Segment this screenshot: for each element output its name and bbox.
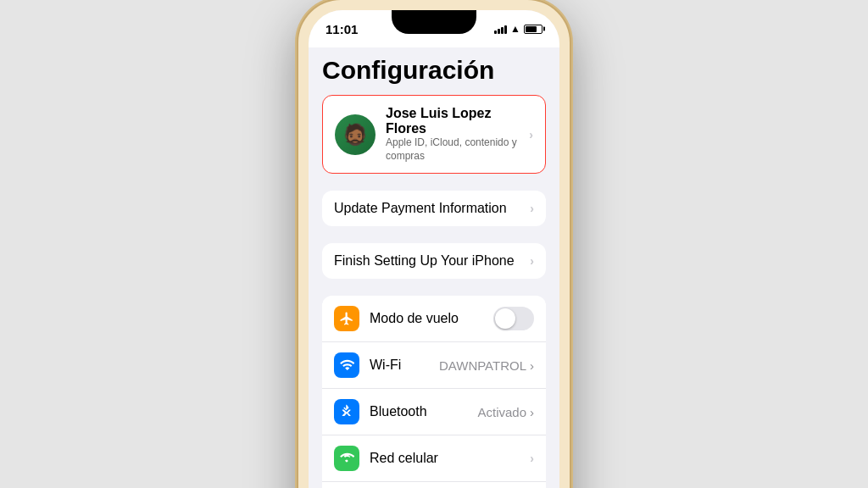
- airplane-toggle[interactable]: [493, 307, 534, 330]
- apple-id-subtitle: Apple ID, iCloud, contenido y compras: [386, 136, 529, 163]
- apple-id-card[interactable]: 🧔🏾 Jose Luis Lopez Flores Apple ID, iClo…: [322, 95, 546, 174]
- avatar: 🧔🏾: [335, 114, 376, 155]
- wifi-row[interactable]: Wi-Fi DAWNPATROL ›: [322, 342, 546, 389]
- hotspot-row[interactable]: Compartir Internet ›: [322, 482, 546, 488]
- wifi-chevron: ›: [530, 358, 534, 373]
- airplane-icon: [334, 306, 359, 331]
- page-title: Configuración: [309, 47, 559, 95]
- cellular-row[interactable]: Red celular ›: [322, 435, 546, 482]
- phone-frame: 11:01 ▲ Configuración: [298, 0, 570, 488]
- notch: [392, 10, 476, 34]
- bluetooth-chevron: ›: [530, 405, 534, 419]
- bluetooth-icon: [334, 399, 359, 424]
- update-payment-label: Update Payment Information: [334, 201, 507, 216]
- wifi-value: DAWNPATROL: [439, 358, 526, 373]
- wifi-label: Wi-Fi: [370, 358, 401, 373]
- connectivity-group: Modo de vuelo Wi-Fi: [322, 296, 546, 488]
- airplane-label: Modo de vuelo: [370, 311, 459, 326]
- status-icons: ▲: [494, 23, 542, 35]
- update-payment-row[interactable]: Update Payment Information ›: [322, 191, 546, 226]
- finish-setup-row[interactable]: Finish Setting Up Your iPhone ›: [322, 243, 546, 279]
- bluetooth-value: Activado: [477, 405, 526, 419]
- cellular-label: Red celular: [370, 451, 438, 466]
- phone-screen: 11:01 ▲ Configuración: [309, 10, 559, 488]
- signal-icon: [494, 24, 507, 34]
- status-time: 11:01: [326, 22, 358, 36]
- status-bar: 11:01 ▲: [309, 10, 559, 47]
- finish-setup-chevron: ›: [530, 254, 534, 268]
- bluetooth-label: Bluetooth: [370, 404, 427, 419]
- apple-id-name: Jose Luis Lopez Flores: [386, 106, 529, 136]
- airplane-mode-row[interactable]: Modo de vuelo: [322, 296, 546, 342]
- finish-setup-label: Finish Setting Up Your iPhone: [334, 253, 515, 269]
- apple-id-chevron: ›: [529, 128, 533, 141]
- update-payment-chevron: ›: [530, 202, 534, 215]
- bluetooth-row[interactable]: Bluetooth Activado ›: [322, 389, 546, 435]
- cellular-icon: [334, 446, 359, 471]
- wifi-status-icon: ▲: [510, 23, 520, 35]
- settings-content[interactable]: Configuración 🧔🏾 Jose Luis Lopez Flores …: [309, 47, 559, 488]
- cellular-chevron: ›: [530, 452, 534, 465]
- wifi-icon: [334, 352, 359, 378]
- battery-icon: [524, 25, 542, 34]
